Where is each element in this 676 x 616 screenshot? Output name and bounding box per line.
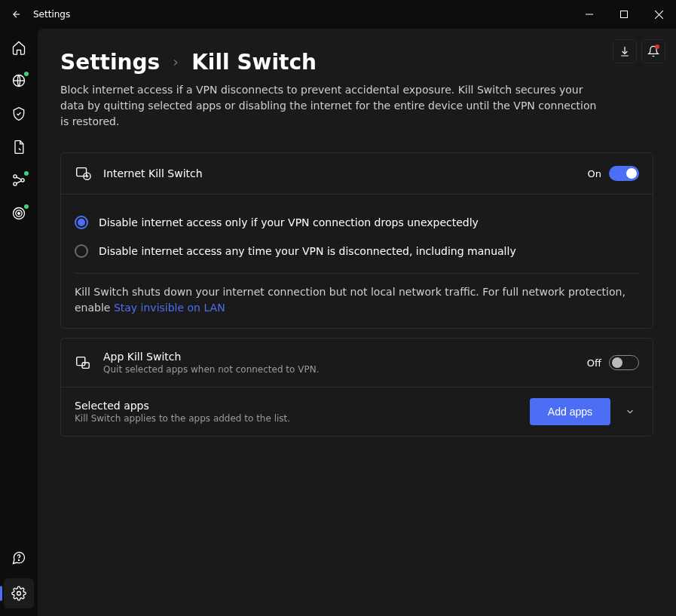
file-icon[interactable]	[11, 139, 27, 155]
titlebar: Settings	[0, 0, 676, 29]
selected-apps-subtitle: Kill Switch applies to the apps added to…	[75, 413, 519, 424]
home-icon[interactable]	[11, 39, 27, 56]
target-icon[interactable]	[11, 205, 27, 222]
add-apps-button[interactable]: Add apps	[530, 398, 610, 425]
settings-icon[interactable]	[4, 578, 34, 608]
app-kill-switch-title: App Kill Switch	[103, 351, 575, 363]
status-dot	[24, 204, 29, 209]
radio-unselected-icon	[75, 244, 88, 258]
minimize-button[interactable]	[572, 0, 607, 29]
notifications-icon[interactable]	[641, 39, 665, 63]
window-controls	[572, 0, 676, 29]
sidebar	[0, 29, 38, 616]
internet-kill-switch-title: Internet Kill Switch	[103, 167, 576, 179]
back-button[interactable]	[6, 4, 27, 25]
breadcrumb: Settings Kill Switch	[60, 50, 653, 75]
breadcrumb-root[interactable]: Settings	[60, 50, 160, 75]
svg-point-12	[17, 592, 21, 596]
expand-apps-icon[interactable]	[621, 403, 639, 421]
svg-rect-1	[621, 11, 628, 18]
svg-rect-13	[77, 168, 87, 176]
status-dot	[24, 72, 29, 76]
app-kill-switch-icon	[75, 354, 91, 371]
app-kill-switch-state: Off	[587, 357, 601, 369]
selected-apps-title: Selected apps	[75, 400, 519, 412]
app-kill-switch-card: App Kill Switch Quit selected apps when …	[60, 338, 653, 437]
stay-invisible-lan-link[interactable]: Stay invisible on LAN	[114, 302, 225, 314]
ks-option-unexpected[interactable]: Disable internet access only if your VPN…	[75, 208, 639, 237]
internet-kill-switch-state: On	[588, 168, 601, 179]
network-icon[interactable]	[11, 172, 27, 188]
kill-switch-note: Kill Switch shuts down your internet con…	[75, 273, 639, 316]
ks-option-label: Disable internet access only if your VPN…	[99, 216, 479, 228]
status-dot	[24, 171, 29, 176]
globe-icon[interactable]	[11, 72, 27, 89]
close-button[interactable]	[641, 0, 676, 29]
app-kill-switch-toggle[interactable]	[609, 355, 639, 370]
app-kill-switch-subtitle: Quit selected apps when not connected to…	[103, 364, 575, 375]
chevron-right-icon	[170, 57, 181, 68]
internet-kill-switch-card: Internet Kill Switch On Disable internet…	[60, 152, 653, 329]
svg-point-10	[18, 213, 20, 215]
page-title: Kill Switch	[191, 50, 317, 75]
internet-kill-switch-toggle[interactable]	[609, 166, 639, 181]
main-panel: Settings Kill Switch Block internet acce…	[38, 29, 676, 616]
svg-rect-15	[77, 357, 85, 366]
page-description: Block internet access if a VPN disconnec…	[60, 82, 603, 130]
svg-point-11	[19, 559, 20, 560]
ks-option-label: Disable internet access any time your VP…	[99, 245, 516, 257]
maximize-button[interactable]	[607, 0, 641, 29]
download-update-icon[interactable]	[613, 39, 637, 63]
radio-selected-icon	[75, 216, 88, 229]
help-icon[interactable]	[11, 550, 27, 566]
window-title: Settings	[33, 9, 70, 20]
internet-kill-switch-icon	[75, 165, 91, 182]
shield-icon[interactable]	[11, 106, 27, 122]
ks-option-always[interactable]: Disable internet access any time your VP…	[75, 237, 639, 265]
